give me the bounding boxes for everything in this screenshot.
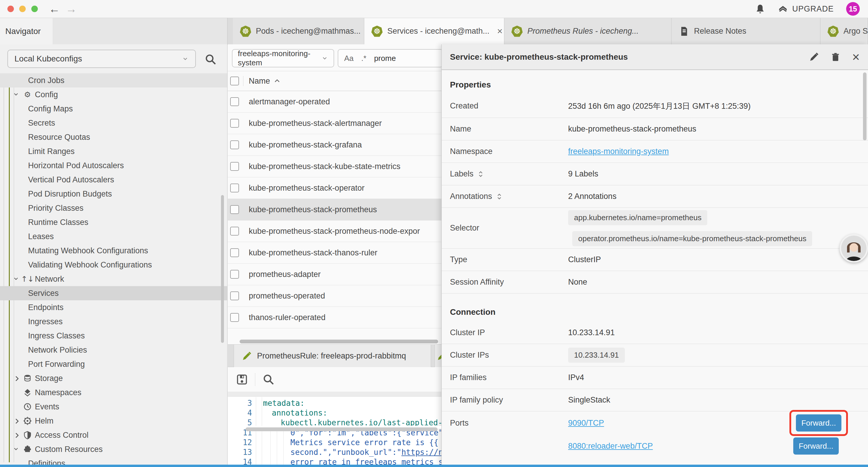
yaml-editor[interactable]: 3metadata:4annotations:5kubectl.kubernet… [228,397,441,465]
table-row-kube-prometheus-stack-kube-state-metrics[interactable]: kube-prometheus-stack-kube-state-metrics [228,156,441,177]
port-forward-button[interactable]: Forward... [793,437,839,455]
save-button[interactable] [236,374,248,385]
editor-horizontal-scrollbar[interactable] [246,428,438,431]
traffic-zoom-button[interactable] [31,6,38,12]
sidebar-item-custom-resources[interactable]: Custom Resources [0,442,227,456]
table-row-kube-prometheus-stack-prometheus[interactable]: kube-prometheus-stack-prometheus [228,199,441,221]
select-all-checkbox[interactable] [230,77,239,85]
sidebar-item-endpoints[interactable]: Endpoints [0,300,227,315]
sidebar-item-limit-ranges[interactable]: Limit Ranges [0,144,227,158]
table-row-kube-prometheus-stack-operator[interactable]: kube-prometheus-stack-operator [228,177,441,199]
sidebar-item-network[interactable]: ↑↓Network [0,272,227,286]
tab-release-notes[interactable]: Release Notes [672,18,820,44]
sidebar-item-network-policies[interactable]: Network Policies [0,343,227,357]
navigator-search-icon[interactable] [205,53,217,66]
sidebar-item-vertical-pod-autoscalers[interactable]: Vertical Pod Autoscalers [0,173,227,187]
tab-pods-icecheng-mathmas[interactable]: ☸Pods - icecheng@mathmas... [233,18,364,44]
chevron-down-icon[interactable] [13,446,20,452]
chevron-down-icon[interactable] [13,91,20,97]
table-row-prometheus-operated[interactable]: prometheus-operated [228,285,441,307]
drawer-scrollbar[interactable] [863,72,867,140]
tab-navigator[interactable]: Navigator [0,18,53,44]
editor-tab-partial[interactable] [435,345,441,368]
row-checkbox[interactable] [230,227,239,236]
sidebar-item-config-maps[interactable]: Config Maps [0,102,227,116]
row-checkbox[interactable] [230,291,239,300]
table-row-thanos-ruler-operated[interactable]: thanos-ruler-operated [228,307,441,328]
sidebar-item-helm[interactable]: Helm [0,414,227,428]
traffic-close-button[interactable] [7,6,14,12]
editor-search-icon[interactable] [262,373,275,386]
tab-prometheus-rules-icecheng[interactable]: ☸Prometheus Rules - icecheng... [504,18,672,44]
tab-services-icecheng-math[interactable]: ☸Services - icecheng@math...× [364,18,504,44]
sort-toggle-icon[interactable] [496,193,503,200]
row-checkbox[interactable] [230,140,239,149]
tab-argo-se[interactable]: ☸Argo Se [820,18,868,44]
notification-count-badge[interactable]: 15 [846,2,860,16]
case-sensitive-toggle[interactable]: Aa [344,54,354,63]
chevron-right-icon[interactable] [13,432,21,439]
back-button[interactable]: ← [49,2,60,16]
assistant-avatar[interactable] [840,234,868,262]
port-link-9090-tcp[interactable]: 9090/TCP [568,418,604,428]
port-forward-button[interactable]: Forward... [796,414,841,432]
chevron-down-icon[interactable] [13,275,20,282]
sidebar-item-mutating-webhook-configurations[interactable]: Mutating Webhook Configurations [0,243,227,258]
sidebar-item-horizontal-pod-autoscalers[interactable]: Horizontal Pod Autoscalers [0,158,227,173]
table-row-kube-prometheus-stack-alertmanager[interactable]: kube-prometheus-stack-alertmanager [228,113,441,134]
chevron-right-icon[interactable] [13,417,21,425]
table-row-alertmanager-operated[interactable]: alertmanager-operated [228,91,441,113]
name-filter-input[interactable]: Aa .* prome [338,49,441,67]
editor-tab-prometheusrule[interactable]: PrometheusRule: freeleaps-prod-rabbitmq [234,345,431,368]
sidebar-item-services[interactable]: Services [0,286,227,300]
kubeconfig-selector[interactable]: Local Kubeconfigs [7,50,196,68]
delete-trash-icon[interactable] [831,52,840,62]
row-checkbox[interactable] [230,205,239,214]
sidebar-item-priority-classes[interactable]: Priority Classes [0,201,227,215]
row-checkbox[interactable] [230,183,239,193]
sidebar-item-resource-quotas[interactable]: Resource Quotas [0,130,227,144]
table-row-prometheus-adapter[interactable]: prometheus-adapter [228,264,441,285]
row-checkbox[interactable] [230,162,239,171]
close-icon[interactable]: × [852,51,860,63]
tab-close-icon[interactable]: × [497,26,503,37]
sidebar-item-namespaces[interactable]: Namespaces [0,385,227,400]
sidebar-item-ingresses[interactable]: Ingresses [0,315,227,329]
sidebar-item-ingress-classes[interactable]: Ingress Classes [0,329,227,343]
sidebar-item-access-control[interactable]: Access Control [0,428,227,442]
sidebar-item-pod-disruption-budgets[interactable]: Pod Disruption Budgets [0,187,227,201]
sidebar-item-config[interactable]: ⚙Config [0,87,227,102]
port-link-8080-reloader-web-tcp[interactable]: 8080:reloader-web/TCP [568,442,653,451]
row-checkbox[interactable] [230,119,239,128]
upgrade-button[interactable]: UPGRADE [778,4,834,14]
notifications-bell-icon[interactable] [755,4,766,14]
namespace-selector[interactable]: freeleaps-monitoring-system [232,49,334,67]
sidebar-item-events[interactable]: Events [0,400,227,414]
row-checkbox[interactable] [230,313,239,322]
sidebar-item-leases[interactable]: Leases [0,229,227,243]
namespace-link[interactable]: freeleaps-monitoring-system [568,147,669,156]
column-header-name[interactable]: Name [249,77,281,86]
table-row-kube-prometheus-stack-prometheus-node-expor[interactable]: kube-prometheus-stack-prometheus-node-ex… [228,221,441,242]
chevron-right-icon[interactable] [13,375,21,382]
property-row-labels: Labels9 Labels [442,163,868,185]
table-row-kube-prometheus-stack-grafana[interactable]: kube-prometheus-stack-grafana [228,134,441,156]
regex-toggle[interactable]: .* [361,54,366,63]
sidebar-item-definitions[interactable]: Definitions [0,456,227,465]
navigator-scrollbar[interactable] [221,195,224,343]
edit-pencil-icon[interactable] [809,52,819,62]
sidebar-item-validating-webhook-configurations[interactable]: Validating Webhook Configurations [0,258,227,272]
sidebar-item-secrets[interactable]: Secrets [0,116,227,130]
row-checkbox[interactable] [230,97,239,106]
table-row-kube-prometheus-stack-thanos-ruler[interactable]: kube-prometheus-stack-thanos-ruler [228,242,441,264]
table-horizontal-scrollbar[interactable] [240,340,438,344]
sort-toggle-icon[interactable] [477,171,484,178]
sidebar-item-cron-jobs[interactable]: Cron Jobs [0,73,227,87]
sidebar-item-runtime-classes[interactable]: Runtime Classes [0,215,227,229]
traffic-minimize-button[interactable] [19,6,26,12]
row-checkbox[interactable] [230,248,239,257]
sidebar-item-storage[interactable]: Storage [0,371,227,385]
forward-button[interactable]: → [66,2,77,16]
row-checkbox[interactable] [230,270,239,279]
sidebar-item-port-forwarding[interactable]: Port Forwarding [0,357,227,371]
